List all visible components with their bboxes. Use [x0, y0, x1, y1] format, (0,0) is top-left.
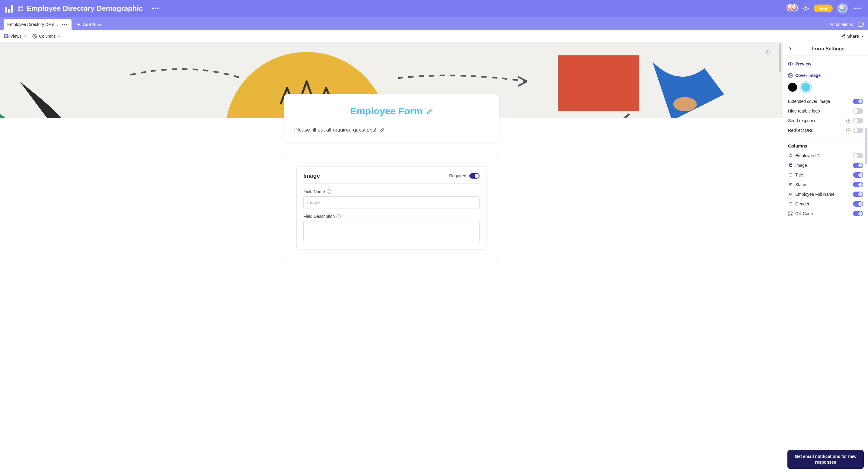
- add-tab-button[interactable]: ＋ Add New: [76, 22, 101, 28]
- svg-rect-0: [19, 6, 23, 11]
- svg-point-15: [844, 37, 845, 38]
- svg-line-17: [843, 36, 844, 37]
- views-label: Views: [10, 34, 22, 39]
- automations-link[interactable]: Automations: [829, 22, 853, 27]
- tab-label: Employee Directory Demo…: [7, 22, 59, 27]
- share-button[interactable]: Share: [841, 34, 864, 39]
- plus-icon: ＋: [76, 22, 81, 28]
- gear-icon: [32, 34, 37, 39]
- tab-active[interactable]: Employee Directory Demo… •••: [4, 19, 71, 30]
- columns-dropdown[interactable]: Columns: [32, 34, 61, 39]
- team-badge[interactable]: Team: [814, 4, 833, 12]
- svg-line-16: [843, 35, 844, 36]
- svg-point-3: [805, 7, 807, 9]
- tab-menu-button[interactable]: •••: [62, 22, 68, 27]
- theme-toggle-icon[interactable]: [803, 5, 809, 12]
- page-title: Employee Directory Demographic: [27, 4, 143, 13]
- collaborator-avatars[interactable]: [786, 4, 799, 13]
- share-icon: [841, 34, 845, 38]
- layout-icon: [18, 5, 24, 11]
- view-toolbar: 9 Views Columns Share: [0, 30, 868, 42]
- chevron-right-icon: [23, 34, 27, 38]
- views-dropdown[interactable]: 9 Views: [4, 34, 27, 39]
- share-label: Share: [847, 34, 859, 39]
- views-count-badge: 9: [4, 34, 8, 38]
- svg-point-14: [842, 36, 843, 37]
- app-logo: [5, 4, 14, 13]
- app-header: Employee Directory Demographic ••• Team …: [0, 0, 868, 17]
- app-menu-button[interactable]: •••: [852, 4, 863, 13]
- columns-label: Columns: [39, 34, 56, 39]
- add-tab-label: Add New: [83, 22, 101, 27]
- tab-bar: Employee Directory Demo… ••• ＋ Add New A…: [0, 17, 868, 30]
- svg-point-12: [34, 36, 35, 37]
- svg-line-11: [808, 6, 808, 7]
- user-avatar[interactable]: [837, 3, 848, 14]
- chevron-down-icon: [57, 34, 61, 38]
- svg-point-13: [844, 34, 845, 36]
- chevron-down-icon: [861, 34, 864, 38]
- chat-icon[interactable]: [858, 21, 864, 28]
- svg-line-6: [804, 6, 804, 7]
- page-menu-button[interactable]: •••: [150, 4, 161, 13]
